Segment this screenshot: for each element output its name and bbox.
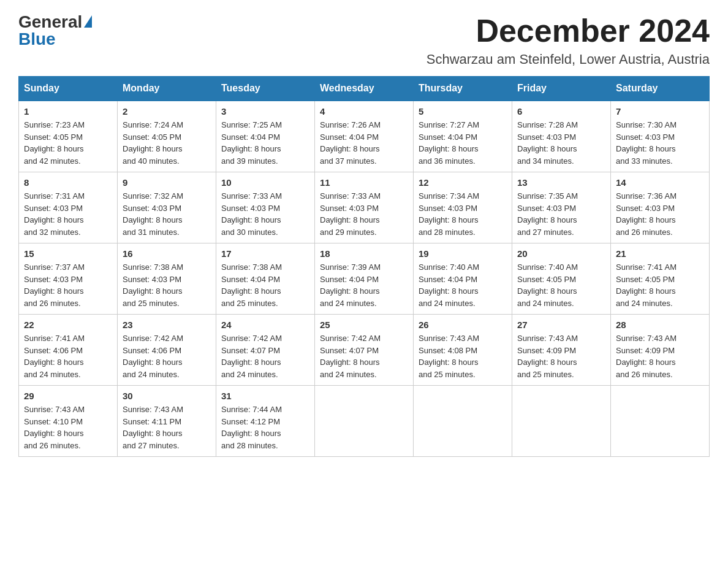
logo: General Blue [18,12,92,49]
header-tuesday: Tuesday [216,77,315,101]
table-row: 3 Sunrise: 7:25 AMSunset: 4:04 PMDayligh… [216,101,315,172]
table-row: 4 Sunrise: 7:26 AMSunset: 4:04 PMDayligh… [315,101,414,172]
day-info: Sunrise: 7:24 AMSunset: 4:05 PMDaylight:… [123,120,183,166]
table-row [611,386,710,457]
table-row: 1 Sunrise: 7:23 AMSunset: 4:05 PMDayligh… [19,101,118,172]
day-number: 31 [221,391,309,401]
logo-triangle-icon [84,15,92,28]
day-info: Sunrise: 7:27 AMSunset: 4:04 PMDaylight:… [419,120,479,166]
day-number: 5 [419,106,507,117]
table-row: 10 Sunrise: 7:33 AMSunset: 4:03 PMDaylig… [216,172,315,243]
day-number: 3 [221,106,309,117]
day-info: Sunrise: 7:42 AMSunset: 4:07 PMDaylight:… [221,334,282,379]
day-info: Sunrise: 7:33 AMSunset: 4:03 PMDaylight:… [320,191,381,237]
location-subtitle: Schwarzau am Steinfeld, Lower Austria, A… [427,52,710,67]
day-number: 29 [24,391,112,401]
day-info: Sunrise: 7:43 AMSunset: 4:11 PMDaylight:… [123,405,183,450]
day-info: Sunrise: 7:39 AMSunset: 4:04 PMDaylight:… [320,262,381,308]
month-title: December 2024 [427,12,710,49]
table-row: 13 Sunrise: 7:35 AMSunset: 4:03 PMDaylig… [512,172,611,243]
day-info: Sunrise: 7:44 AMSunset: 4:12 PMDaylight:… [221,405,282,450]
table-row: 12 Sunrise: 7:34 AMSunset: 4:03 PMDaylig… [414,172,512,243]
table-row: 5 Sunrise: 7:27 AMSunset: 4:04 PMDayligh… [414,101,512,172]
day-info: Sunrise: 7:31 AMSunset: 4:03 PMDaylight:… [24,191,85,237]
day-info: Sunrise: 7:34 AMSunset: 4:03 PMDaylight:… [419,191,479,237]
day-info: Sunrise: 7:32 AMSunset: 4:03 PMDaylight:… [123,191,183,237]
table-row: 2 Sunrise: 7:24 AMSunset: 4:05 PMDayligh… [118,101,216,172]
day-info: Sunrise: 7:37 AMSunset: 4:03 PMDaylight:… [24,262,85,308]
day-info: Sunrise: 7:40 AMSunset: 4:05 PMDaylight:… [517,262,578,308]
day-number: 30 [123,391,211,401]
day-info: Sunrise: 7:42 AMSunset: 4:07 PMDaylight:… [320,334,381,379]
day-info: Sunrise: 7:36 AMSunset: 4:03 PMDaylight:… [616,191,677,237]
table-row: 26 Sunrise: 7:43 AMSunset: 4:08 PMDaylig… [414,315,512,386]
day-info: Sunrise: 7:40 AMSunset: 4:04 PMDaylight:… [419,262,479,308]
day-info: Sunrise: 7:23 AMSunset: 4:05 PMDaylight:… [24,120,85,166]
header-monday: Monday [118,77,216,101]
table-row: 25 Sunrise: 7:42 AMSunset: 4:07 PMDaylig… [315,315,414,386]
day-number: 9 [123,177,211,188]
day-number: 13 [517,177,605,188]
calendar-week-row: 1 Sunrise: 7:23 AMSunset: 4:05 PMDayligh… [19,101,710,172]
day-number: 25 [320,320,408,330]
day-number: 17 [221,248,309,259]
table-row: 14 Sunrise: 7:36 AMSunset: 4:03 PMDaylig… [611,172,710,243]
table-row: 9 Sunrise: 7:32 AMSunset: 4:03 PMDayligh… [118,172,216,243]
calendar-week-row: 22 Sunrise: 7:41 AMSunset: 4:06 PMDaylig… [19,315,710,386]
table-row: 22 Sunrise: 7:41 AMSunset: 4:06 PMDaylig… [19,315,118,386]
day-info: Sunrise: 7:38 AMSunset: 4:04 PMDaylight:… [221,262,282,308]
day-info: Sunrise: 7:25 AMSunset: 4:04 PMDaylight:… [221,120,282,166]
title-area: December 2024 Schwarzau am Steinfeld, Lo… [427,12,710,67]
table-row: 27 Sunrise: 7:43 AMSunset: 4:09 PMDaylig… [512,315,611,386]
day-number: 16 [123,248,211,259]
day-number: 19 [419,248,507,259]
header-saturday: Saturday [611,77,710,101]
day-info: Sunrise: 7:43 AMSunset: 4:09 PMDaylight:… [616,334,677,379]
table-row: 8 Sunrise: 7:31 AMSunset: 4:03 PMDayligh… [19,172,118,243]
header-wednesday: Wednesday [315,77,414,101]
day-number: 18 [320,248,408,259]
table-row: 11 Sunrise: 7:33 AMSunset: 4:03 PMDaylig… [315,172,414,243]
logo-blue-text: Blue [18,29,56,49]
table-row [512,386,611,457]
table-row: 31 Sunrise: 7:44 AMSunset: 4:12 PMDaylig… [216,386,315,457]
day-info: Sunrise: 7:30 AMSunset: 4:03 PMDaylight:… [616,120,677,166]
day-number: 27 [517,320,605,330]
day-number: 14 [616,177,704,188]
header-thursday: Thursday [414,77,512,101]
day-number: 15 [24,248,112,259]
calendar-header-row: Sunday Monday Tuesday Wednesday Thursday… [19,77,710,101]
table-row: 30 Sunrise: 7:43 AMSunset: 4:11 PMDaylig… [118,386,216,457]
day-info: Sunrise: 7:41 AMSunset: 4:05 PMDaylight:… [616,262,677,308]
page-header: General Blue December 2024 Schwarzau am … [18,12,710,67]
day-number: 4 [320,106,408,117]
day-number: 21 [616,248,704,259]
day-info: Sunrise: 7:35 AMSunset: 4:03 PMDaylight:… [517,191,578,237]
table-row: 15 Sunrise: 7:37 AMSunset: 4:03 PMDaylig… [19,243,118,315]
table-row [414,386,512,457]
calendar-table: Sunday Monday Tuesday Wednesday Thursday… [18,76,710,457]
day-info: Sunrise: 7:38 AMSunset: 4:03 PMDaylight:… [123,262,183,308]
day-number: 11 [320,177,408,188]
day-info: Sunrise: 7:43 AMSunset: 4:10 PMDaylight:… [24,405,85,450]
calendar-week-row: 15 Sunrise: 7:37 AMSunset: 4:03 PMDaylig… [19,243,710,315]
day-number: 2 [123,106,211,117]
header-friday: Friday [512,77,611,101]
table-row: 17 Sunrise: 7:38 AMSunset: 4:04 PMDaylig… [216,243,315,315]
day-info: Sunrise: 7:26 AMSunset: 4:04 PMDaylight:… [320,120,381,166]
day-number: 28 [616,320,704,330]
day-info: Sunrise: 7:43 AMSunset: 4:09 PMDaylight:… [517,334,578,379]
calendar-week-row: 29 Sunrise: 7:43 AMSunset: 4:10 PMDaylig… [19,386,710,457]
table-row: 24 Sunrise: 7:42 AMSunset: 4:07 PMDaylig… [216,315,315,386]
day-info: Sunrise: 7:42 AMSunset: 4:06 PMDaylight:… [123,334,183,379]
day-number: 22 [24,320,112,330]
table-row: 29 Sunrise: 7:43 AMSunset: 4:10 PMDaylig… [19,386,118,457]
table-row: 7 Sunrise: 7:30 AMSunset: 4:03 PMDayligh… [611,101,710,172]
table-row: 16 Sunrise: 7:38 AMSunset: 4:03 PMDaylig… [118,243,216,315]
day-number: 8 [24,177,112,188]
day-number: 23 [123,320,211,330]
table-row: 19 Sunrise: 7:40 AMSunset: 4:04 PMDaylig… [414,243,512,315]
calendar-week-row: 8 Sunrise: 7:31 AMSunset: 4:03 PMDayligh… [19,172,710,243]
table-row: 18 Sunrise: 7:39 AMSunset: 4:04 PMDaylig… [315,243,414,315]
day-number: 10 [221,177,309,188]
